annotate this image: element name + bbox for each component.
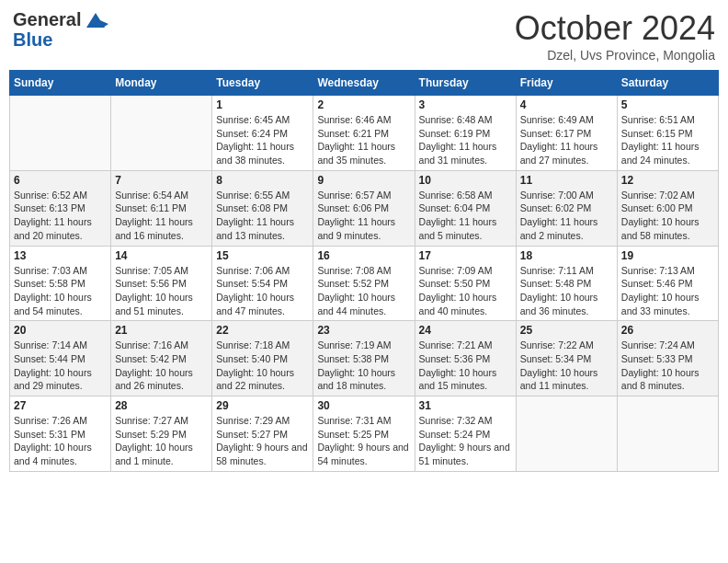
calendar-week-row: 20Sunrise: 7:14 AM Sunset: 5:44 PM Dayli… [10, 321, 719, 396]
day-number: 31 [419, 399, 512, 412]
calendar-cell [617, 396, 718, 472]
day-number: 30 [317, 399, 410, 412]
cell-sun-info: Sunrise: 7:31 AM Sunset: 5:25 PM Dayligh… [317, 414, 410, 468]
cell-sun-info: Sunrise: 6:52 AM Sunset: 6:13 PM Dayligh… [14, 189, 107, 243]
calendar-cell: 3Sunrise: 6:48 AM Sunset: 6:19 PM Daylig… [415, 96, 516, 171]
cell-sun-info: Sunrise: 6:49 AM Sunset: 6:17 PM Dayligh… [520, 113, 613, 167]
calendar-cell: 6Sunrise: 6:52 AM Sunset: 6:13 PM Daylig… [10, 170, 111, 246]
logo-text: General [13, 9, 108, 31]
calendar-cell: 15Sunrise: 7:06 AM Sunset: 5:54 PM Dayli… [212, 246, 313, 321]
cell-sun-info: Sunrise: 6:58 AM Sunset: 6:04 PM Dayligh… [419, 189, 512, 243]
calendar-week-row: 27Sunrise: 7:26 AM Sunset: 5:31 PM Dayli… [10, 396, 719, 472]
cell-sun-info: Sunrise: 7:18 AM Sunset: 5:40 PM Dayligh… [216, 339, 309, 393]
cell-sun-info: Sunrise: 7:14 AM Sunset: 5:44 PM Dayligh… [14, 339, 107, 393]
calendar-cell: 27Sunrise: 7:26 AM Sunset: 5:31 PM Dayli… [10, 396, 111, 472]
cell-sun-info: Sunrise: 7:24 AM Sunset: 5:33 PM Dayligh… [621, 339, 714, 393]
calendar-week-row: 13Sunrise: 7:03 AM Sunset: 5:58 PM Dayli… [10, 246, 719, 321]
cell-sun-info: Sunrise: 7:32 AM Sunset: 5:24 PM Dayligh… [419, 414, 512, 468]
day-number: 1 [216, 98, 309, 111]
calendar-cell: 21Sunrise: 7:16 AM Sunset: 5:42 PM Dayli… [111, 321, 212, 396]
day-number: 8 [216, 174, 309, 187]
cell-sun-info: Sunrise: 6:46 AM Sunset: 6:21 PM Dayligh… [317, 113, 410, 167]
calendar-cell: 11Sunrise: 7:00 AM Sunset: 6:02 PM Dayli… [516, 170, 617, 246]
calendar-week-row: 6Sunrise: 6:52 AM Sunset: 6:13 PM Daylig… [10, 170, 719, 246]
day-number: 10 [419, 174, 512, 187]
day-number: 2 [317, 98, 410, 111]
cell-sun-info: Sunrise: 7:05 AM Sunset: 5:56 PM Dayligh… [115, 264, 208, 318]
day-number: 16 [317, 249, 410, 262]
day-number: 6 [14, 174, 107, 187]
page-header: General Blue October 2024 Dzel, Uvs Prov… [9, 9, 719, 63]
cell-sun-info: Sunrise: 6:45 AM Sunset: 6:24 PM Dayligh… [216, 113, 309, 167]
title-section: October 2024 Dzel, Uvs Province, Mongoli… [515, 9, 715, 63]
day-number: 4 [520, 98, 613, 111]
weekday-header: Sunday [10, 71, 111, 96]
calendar-week-row: 1Sunrise: 6:45 AM Sunset: 6:24 PM Daylig… [10, 96, 719, 171]
day-number: 27 [14, 399, 107, 412]
calendar-cell [111, 96, 212, 171]
calendar-cell: 4Sunrise: 6:49 AM Sunset: 6:17 PM Daylig… [516, 96, 617, 171]
day-number: 11 [520, 174, 613, 187]
day-number: 22 [216, 324, 309, 337]
cell-sun-info: Sunrise: 7:29 AM Sunset: 5:27 PM Dayligh… [216, 414, 309, 468]
calendar-cell: 10Sunrise: 6:58 AM Sunset: 6:04 PM Dayli… [415, 170, 516, 246]
day-number: 29 [216, 399, 309, 412]
cell-sun-info: Sunrise: 7:22 AM Sunset: 5:34 PM Dayligh… [520, 339, 613, 393]
day-number: 9 [317, 174, 410, 187]
calendar-cell: 14Sunrise: 7:05 AM Sunset: 5:56 PM Dayli… [111, 246, 212, 321]
calendar-cell: 16Sunrise: 7:08 AM Sunset: 5:52 PM Dayli… [313, 246, 415, 321]
day-number: 24 [419, 324, 512, 337]
calendar-cell: 23Sunrise: 7:19 AM Sunset: 5:38 PM Dayli… [313, 321, 415, 396]
day-number: 20 [14, 324, 107, 337]
weekday-header: Monday [111, 71, 212, 96]
calendar-table: SundayMondayTuesdayWednesdayThursdayFrid… [9, 70, 719, 472]
cell-sun-info: Sunrise: 7:00 AM Sunset: 6:02 PM Dayligh… [520, 189, 613, 243]
cell-sun-info: Sunrise: 7:06 AM Sunset: 5:54 PM Dayligh… [216, 264, 309, 318]
cell-sun-info: Sunrise: 7:21 AM Sunset: 5:36 PM Dayligh… [419, 339, 512, 393]
cell-sun-info: Sunrise: 7:09 AM Sunset: 5:50 PM Dayligh… [419, 264, 512, 318]
logo-icon [83, 11, 108, 31]
logo-blue: Blue [13, 29, 108, 50]
cell-sun-info: Sunrise: 6:54 AM Sunset: 6:11 PM Dayligh… [115, 189, 208, 243]
location-subtitle: Dzel, Uvs Province, Mongolia [515, 48, 715, 63]
day-number: 18 [520, 249, 613, 262]
day-number: 12 [621, 174, 714, 187]
cell-sun-info: Sunrise: 6:48 AM Sunset: 6:19 PM Dayligh… [419, 113, 512, 167]
logo: General Blue [13, 9, 108, 50]
calendar-cell: 31Sunrise: 7:32 AM Sunset: 5:24 PM Dayli… [415, 396, 516, 472]
cell-sun-info: Sunrise: 6:55 AM Sunset: 6:08 PM Dayligh… [216, 189, 309, 243]
cell-sun-info: Sunrise: 7:19 AM Sunset: 5:38 PM Dayligh… [317, 339, 410, 393]
day-number: 23 [317, 324, 410, 337]
calendar-cell: 12Sunrise: 7:02 AM Sunset: 6:00 PM Dayli… [617, 170, 718, 246]
calendar-cell: 13Sunrise: 7:03 AM Sunset: 5:58 PM Dayli… [10, 246, 111, 321]
day-number: 19 [621, 249, 714, 262]
calendar-cell [10, 96, 111, 171]
month-title: October 2024 [515, 9, 715, 48]
day-number: 28 [115, 399, 208, 412]
calendar-cell: 8Sunrise: 6:55 AM Sunset: 6:08 PM Daylig… [212, 170, 313, 246]
calendar-cell: 19Sunrise: 7:13 AM Sunset: 5:46 PM Dayli… [617, 246, 718, 321]
calendar-cell: 24Sunrise: 7:21 AM Sunset: 5:36 PM Dayli… [415, 321, 516, 396]
day-number: 21 [115, 324, 208, 337]
cell-sun-info: Sunrise: 6:51 AM Sunset: 6:15 PM Dayligh… [621, 113, 714, 167]
calendar-cell: 28Sunrise: 7:27 AM Sunset: 5:29 PM Dayli… [111, 396, 212, 472]
day-number: 15 [216, 249, 309, 262]
calendar-cell: 22Sunrise: 7:18 AM Sunset: 5:40 PM Dayli… [212, 321, 313, 396]
calendar-cell: 9Sunrise: 6:57 AM Sunset: 6:06 PM Daylig… [313, 170, 415, 246]
day-number: 13 [14, 249, 107, 262]
weekday-header: Friday [516, 71, 617, 96]
cell-sun-info: Sunrise: 7:08 AM Sunset: 5:52 PM Dayligh… [317, 264, 410, 318]
weekday-header: Wednesday [313, 71, 415, 96]
calendar-cell: 7Sunrise: 6:54 AM Sunset: 6:11 PM Daylig… [111, 170, 212, 246]
calendar-cell: 1Sunrise: 6:45 AM Sunset: 6:24 PM Daylig… [212, 96, 313, 171]
calendar-cell: 17Sunrise: 7:09 AM Sunset: 5:50 PM Dayli… [415, 246, 516, 321]
cell-sun-info: Sunrise: 7:11 AM Sunset: 5:48 PM Dayligh… [520, 264, 613, 318]
cell-sun-info: Sunrise: 7:13 AM Sunset: 5:46 PM Dayligh… [621, 264, 714, 318]
calendar-cell: 20Sunrise: 7:14 AM Sunset: 5:44 PM Dayli… [10, 321, 111, 396]
weekday-header: Saturday [617, 71, 718, 96]
day-number: 5 [621, 98, 714, 111]
cell-sun-info: Sunrise: 7:27 AM Sunset: 5:29 PM Dayligh… [115, 414, 208, 468]
day-number: 3 [419, 98, 512, 111]
weekday-header: Thursday [415, 71, 516, 96]
cell-sun-info: Sunrise: 6:57 AM Sunset: 6:06 PM Dayligh… [317, 189, 410, 243]
